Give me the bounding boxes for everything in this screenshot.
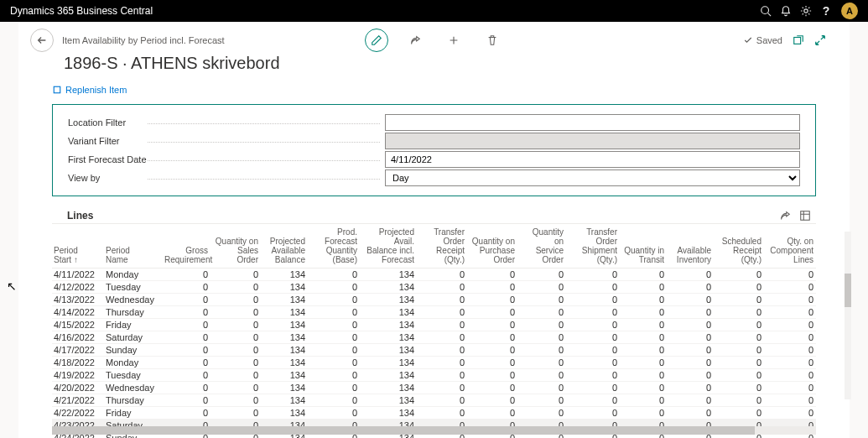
location-filter-label: Location Filter [68,117,385,128]
app-topbar: Dynamics 365 Business Central ? A [0,0,868,22]
vertical-scrollbar[interactable] [845,232,851,399]
filter-card: Location Filter Variant Filter First For… [52,104,816,196]
col-header[interactable]: Qty. onComponentLines [767,224,816,269]
svg-line-1 [768,13,772,17]
view-by-label: View by [68,173,385,183]
lines-share-icon[interactable] [779,210,791,222]
col-header[interactable]: TransferOrderShipment(Qty.) [569,224,622,269]
col-header[interactable]: ScheduledReceipt(Qty.) [716,224,767,269]
table-row[interactable]: 4/12/2022Tuesday00134013400000000 [52,281,816,294]
svg-rect-3 [794,38,801,44]
table-row[interactable]: 4/17/2022Sunday00134013400000000 [52,344,816,357]
table-row[interactable]: 4/11/2022Monday00134013400000000 [52,269,816,281]
saved-indicator: Saved [743,35,782,45]
table-row[interactable]: 4/15/2022Friday00134013400000000 [52,319,816,331]
avatar[interactable]: A [841,3,858,19]
replenish-item-action[interactable]: Replenish Item [52,85,127,95]
col-header[interactable]: Quantity onPurchaseOrder [470,224,520,269]
table-row[interactable]: 4/16/2022Saturday00134013400000000 [52,331,816,344]
svg-point-0 [761,7,769,14]
first-forecast-date-label: First Forecast Date [68,154,385,164]
lines-expand-icon[interactable] [799,210,811,222]
variant-filter-label: Variant Filter [68,136,385,146]
help-icon[interactable]: ? [816,1,836,21]
edit-button[interactable] [365,29,388,52]
collapse-icon[interactable] [814,34,826,46]
svg-rect-5 [801,211,810,221]
col-header[interactable]: TransferOrderReceipt(Qty.) [419,224,470,269]
lines-section-title: Lines [52,205,816,222]
view-by-select[interactable]: Day [385,169,800,186]
variant-filter-input [385,133,800,149]
search-icon[interactable] [756,1,776,21]
svg-point-2 [804,9,808,13]
back-button[interactable] [30,29,54,52]
col-header[interactable]: PeriodStart ↑ [52,224,104,269]
new-button[interactable] [442,29,465,52]
col-header[interactable]: ProjectedAvailableBalance [263,224,310,269]
delete-button[interactable] [481,29,504,52]
horizontal-scrollbar[interactable] [52,426,816,435]
col-header[interactable]: AvailableInventory [669,224,716,269]
col-header[interactable]: Quantity inTransit [622,224,669,269]
col-header[interactable]: PeriodName [104,224,163,269]
page-card: Item Availability by Period incl. Foreca… [18,22,850,438]
col-header[interactable]: Quantity onServiceOrder [520,224,569,269]
table-row[interactable]: 4/19/2022Tuesday00134013400000000 [52,369,816,382]
col-header[interactable]: GrossRequirement [163,224,213,269]
col-header[interactable]: ProjectedAvail.Balance incl.Forecast [362,224,419,269]
location-filter-input[interactable] [385,114,800,131]
col-header[interactable]: Prod.ForecastQuantity(Base) [310,224,362,269]
table-row[interactable]: 4/22/2022Friday00134013400000000 [52,407,816,420]
table-row[interactable]: 4/21/2022Thursday00134013400000000 [52,394,816,407]
lines-table-wrap: PeriodStart ↑PeriodNameGrossRequirementQ… [52,223,816,438]
share-button[interactable] [403,29,427,52]
table-row[interactable]: 4/18/2022Monday00134013400000000 [52,357,816,369]
page-title: 1896-S · ATHENS skrivebord [18,54,850,80]
table-row[interactable]: 4/13/2022Wednesday00134013400000000 [52,294,816,306]
mouse-cursor-icon: ↖ [7,279,17,293]
bell-icon[interactable] [776,1,796,21]
gear-icon[interactable] [796,1,816,21]
svg-rect-4 [54,86,60,93]
lines-table: PeriodStart ↑PeriodNameGrossRequirementQ… [52,224,816,438]
first-forecast-date-input[interactable] [385,151,800,168]
popout-icon[interactable] [793,34,804,46]
col-header[interactable]: Quantity onSalesOrder [213,224,263,269]
product-name: Dynamics 365 Business Central [10,5,153,17]
table-row[interactable]: 4/20/2022Wednesday00134013400000000 [52,382,816,394]
breadcrumb: Item Availability by Period incl. Foreca… [62,35,225,45]
table-row[interactable]: 4/14/2022Thursday00134013400000000 [52,306,816,319]
